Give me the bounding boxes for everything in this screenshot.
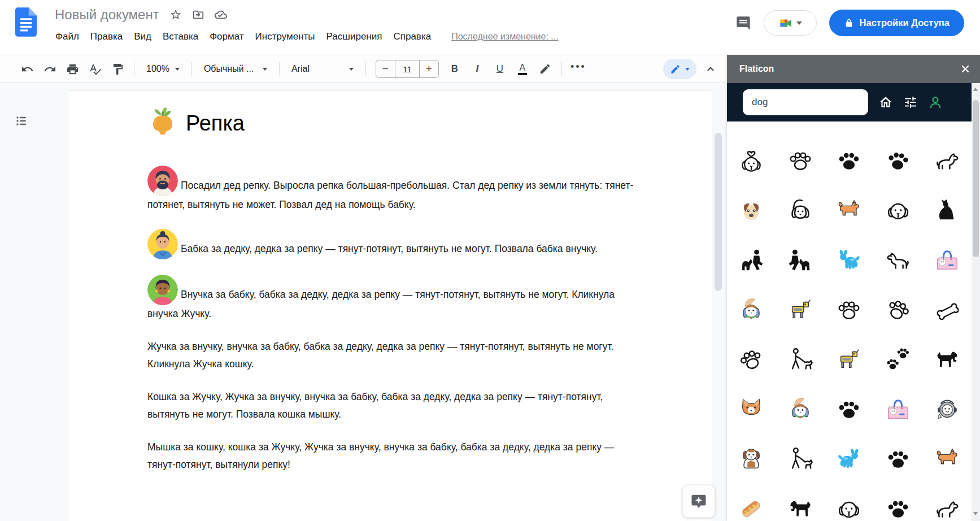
- doc-paragraph[interactable]: Кошка за Жучку, Жучка за внучку, внучка …: [147, 388, 637, 423]
- last-modified-link[interactable]: Последнее изменение: ...: [451, 32, 559, 42]
- underline-button[interactable]: U: [493, 62, 507, 76]
- italic-button[interactable]: I: [470, 62, 485, 76]
- pet-carrier-icon[interactable]: [874, 385, 923, 435]
- dog-sitting-outline-icon[interactable]: [922, 136, 972, 186]
- scroll-up-icon[interactable]: [973, 88, 978, 91]
- more-options-button[interactable]: •••: [571, 62, 586, 76]
- robot-dog-color-icon[interactable]: [825, 335, 874, 385]
- google-docs-logo-icon[interactable]: [15, 7, 37, 39]
- menu-item-extensions[interactable]: Расширения: [321, 28, 388, 45]
- document-title[interactable]: Новый документ: [55, 7, 159, 23]
- dog-sitting-silhouette-icon[interactable]: [922, 186, 972, 236]
- puppy-face-color-icon[interactable]: [727, 186, 776, 236]
- undo-button[interactable]: [20, 62, 34, 76]
- balloon-dog-icon[interactable]: [825, 435, 874, 484]
- menu-item-file[interactable]: Файл: [50, 28, 85, 45]
- document-heading-text[interactable]: Репка: [186, 111, 245, 136]
- petting-dog-outline-icon[interactable]: [776, 186, 825, 236]
- close-icon[interactable]: [960, 63, 971, 75]
- robot-dog-color-icon[interactable]: [776, 285, 825, 335]
- document-scrollbar[interactable]: [715, 133, 722, 291]
- paw-prints-solid-icon[interactable]: [874, 335, 923, 385]
- spellcheck-button[interactable]: [88, 62, 102, 76]
- paw-outline-tilted-icon[interactable]: [727, 335, 776, 385]
- petting-beagle-color-icon[interactable]: [727, 285, 776, 335]
- filters-icon[interactable]: [903, 95, 918, 110]
- account-icon[interactable]: [928, 95, 943, 110]
- font-size-value[interactable]: 11: [395, 60, 420, 77]
- beagle-sitting-color-icon[interactable]: [727, 435, 776, 484]
- dachshund-color-icon[interactable]: [825, 186, 874, 236]
- menu-item-tools[interactable]: Инструменты: [250, 28, 321, 45]
- doc-paragraph[interactable]: Посадил дед репку. Выросла репка большая…: [147, 166, 637, 214]
- hide-menus-button[interactable]: [704, 63, 717, 75]
- avatar-grandfather[interactable]: [147, 166, 178, 196]
- explore-button[interactable]: [682, 485, 715, 518]
- avatar-granddaughter[interactable]: [147, 275, 178, 305]
- increase-font-size-button[interactable]: +: [420, 60, 438, 77]
- bold-button[interactable]: B: [447, 62, 462, 76]
- meet-button[interactable]: [764, 10, 817, 36]
- pet-carrier-icon[interactable]: [922, 236, 972, 285]
- dog-walking-outline-icon[interactable]: [776, 435, 825, 484]
- menu-item-help[interactable]: Справка: [387, 28, 437, 45]
- bone-outline-icon[interactable]: [922, 285, 972, 335]
- dog-face-outline-icon[interactable]: [874, 186, 923, 236]
- dog-face-heart-outline-icon[interactable]: [727, 136, 776, 186]
- paw-solid-icon[interactable]: [874, 435, 923, 484]
- dog-training-solid-icon[interactable]: [776, 236, 825, 285]
- petting-puppy-color-icon[interactable]: [776, 385, 825, 435]
- doc-paragraph[interactable]: Внучка за бабку, бабка за дедку, дедка з…: [147, 275, 637, 323]
- font-select[interactable]: Arial: [287, 64, 358, 74]
- paw-solid-icon[interactable]: [825, 136, 874, 186]
- scrollbar-thumb[interactable]: [973, 100, 979, 257]
- cloud-saved-icon[interactable]: [215, 8, 227, 21]
- decrease-font-size-button[interactable]: −: [376, 60, 395, 77]
- dog-silhouette-icon[interactable]: [776, 484, 825, 521]
- doc-paragraph[interactable]: Мышка за кошку, кошка за Жучку, Жучка за…: [147, 438, 637, 474]
- menu-item-format[interactable]: Формат: [204, 28, 249, 45]
- print-button[interactable]: [65, 62, 80, 76]
- corgi-face-color-icon[interactable]: [727, 385, 776, 435]
- doc-paragraph[interactable]: Бабка за дедку, дедка за репку — тянут-п…: [147, 229, 637, 259]
- comment-history-icon[interactable]: [735, 15, 751, 31]
- paw-solid-icon[interactable]: [825, 385, 874, 435]
- turnip-icon[interactable]: [147, 106, 178, 136]
- paragraph-style-select[interactable]: Обычный ...: [199, 64, 272, 74]
- home-icon[interactable]: [878, 95, 893, 110]
- hot-dog-color-icon[interactable]: [727, 484, 776, 521]
- person-playing-dog-outline-icon[interactable]: [776, 335, 825, 385]
- redo-button[interactable]: [42, 62, 57, 76]
- text-color-button[interactable]: A: [515, 62, 530, 76]
- move-folder-icon[interactable]: [192, 8, 204, 21]
- star-icon[interactable]: [169, 8, 182, 21]
- editing-mode-button[interactable]: [663, 59, 696, 79]
- document-outline-icon[interactable]: [15, 114, 28, 128]
- dog-face-outline-icon[interactable]: [825, 484, 874, 521]
- panel-scrollbar[interactable]: [972, 83, 980, 521]
- dog-sitting-outline-icon[interactable]: [922, 484, 972, 521]
- paw-outline-icon[interactable]: [776, 136, 825, 186]
- paint-format-button[interactable]: [110, 62, 125, 76]
- paw-outline-icon[interactable]: [825, 285, 874, 335]
- chihuahua-silhouette-icon[interactable]: [922, 335, 972, 385]
- paw-outline-tilted-icon[interactable]: [874, 285, 923, 335]
- avatar-grandmother[interactable]: [147, 229, 178, 259]
- shiba-color-icon[interactable]: [922, 435, 972, 484]
- menu-item-edit[interactable]: Правка: [85, 28, 128, 45]
- dog-scratching-outline-icon[interactable]: [874, 236, 923, 285]
- menu-item-view[interactable]: Вид: [128, 28, 157, 45]
- paw-solid-icon[interactable]: [874, 484, 923, 521]
- balloon-dog-icon[interactable]: [825, 236, 874, 285]
- guide-dog-solid-icon[interactable]: [727, 236, 776, 285]
- share-button[interactable]: Настройки Доступа: [829, 10, 964, 36]
- space-dog-color-icon[interactable]: [922, 385, 972, 435]
- paw-solid-round-icon[interactable]: [874, 136, 923, 186]
- scroll-down-icon[interactable]: [973, 512, 978, 515]
- highlight-color-button[interactable]: [538, 62, 552, 76]
- search-input[interactable]: [752, 97, 877, 108]
- document-page[interactable]: Репка Посадил дед репку. Выросла репка б…: [68, 90, 712, 521]
- doc-paragraph[interactable]: Жучка за внучку, внучка за бабку, бабка …: [147, 338, 637, 373]
- zoom-select[interactable]: 100%: [142, 64, 184, 74]
- menu-item-insert[interactable]: Вставка: [157, 28, 204, 45]
